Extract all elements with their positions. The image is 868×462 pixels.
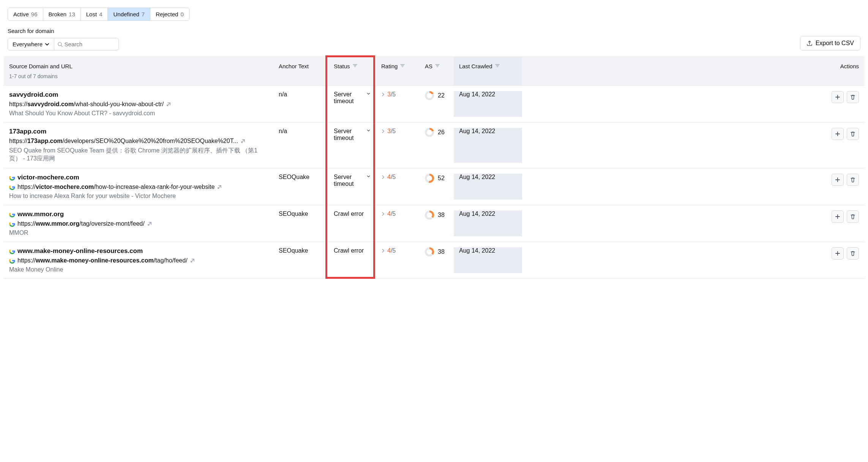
status-value[interactable]: Server timeout [334, 174, 371, 187]
status-value[interactable]: Crawl error [334, 247, 371, 254]
favicon-icon [9, 211, 15, 217]
col-status[interactable]: Status [328, 57, 376, 85]
last-crawled-date: Aug 14, 2022 [454, 91, 522, 117]
search-input[interactable] [63, 38, 116, 50]
authority-score: 52 [425, 174, 448, 183]
status-value[interactable]: Crawl error [334, 211, 371, 217]
favicon-icon [9, 221, 15, 227]
tab-broken[interactable]: Broken 13 [43, 8, 81, 20]
trash-icon [850, 177, 856, 183]
search-label: Search for domain [8, 28, 119, 34]
add-button[interactable] [832, 211, 844, 223]
col-as[interactable]: AS [420, 57, 454, 85]
external-link-icon[interactable] [166, 102, 171, 107]
anchor-text: SEOQuake [273, 174, 328, 200]
last-crawled-date: Aug 14, 2022 [454, 128, 522, 163]
external-link-icon[interactable] [147, 221, 152, 226]
col-last-crawled[interactable]: Last Crawled [454, 57, 522, 85]
status-value[interactable]: Server timeout [334, 91, 371, 105]
table-row: www.mmor.org https://www.mmor.org/tag/ov… [4, 205, 864, 242]
plus-icon [835, 250, 841, 256]
rating-value[interactable]: 4/5 [381, 174, 414, 181]
filter-tabs: Active 96Broken 13Lost 4Undefined 7Rejec… [8, 8, 189, 21]
page-title-text: SEO Quake from SEOQuake Team 提供：谷歌 Chrom… [9, 147, 268, 163]
trash-icon [850, 250, 856, 256]
delete-button[interactable] [847, 247, 859, 259]
anchor-text: SEOquake [273, 211, 328, 236]
col-rating[interactable]: Rating [376, 57, 420, 85]
page-title-text: MMOR [9, 229, 28, 236]
page-title-text: How to increase Alexa Rank for your webs… [9, 193, 176, 200]
trash-icon [850, 214, 856, 220]
donut-icon [425, 211, 434, 220]
table-header: Source Domain and URL 1-7 out of 7 domai… [4, 57, 864, 86]
delete-button[interactable] [847, 91, 859, 103]
source-domain[interactable]: victor-mochere.com [9, 174, 79, 181]
rating-value[interactable]: 4/5 [381, 247, 414, 254]
external-link-icon[interactable] [217, 184, 222, 190]
last-crawled-date: Aug 14, 2022 [454, 174, 522, 200]
source-domain[interactable]: 173app.com [9, 128, 46, 135]
donut-icon [425, 247, 434, 256]
anchor-text: n/a [273, 128, 328, 163]
source-domain[interactable]: www.make-money-online-resources.com [9, 247, 143, 255]
authority-score: 38 [425, 211, 448, 220]
authority-score: 38 [425, 247, 448, 256]
source-url[interactable]: https://www.make-money-online-resources.… [9, 257, 195, 264]
anchor-text: SEOquake [273, 247, 328, 273]
anchor-text: n/a [273, 91, 328, 117]
col-anchor[interactable]: Anchor Text [273, 57, 328, 85]
rating-value[interactable]: 4/5 [381, 211, 414, 217]
source-url[interactable]: https://www.mmor.org/tag/oversize-mont/f… [9, 220, 152, 227]
external-link-icon[interactable] [240, 138, 246, 144]
tab-undefined[interactable]: Undefined 7 [108, 8, 150, 20]
status-value[interactable]: Server timeout [334, 128, 371, 141]
add-button[interactable] [832, 247, 844, 259]
rating-value[interactable]: 3/5 [381, 128, 414, 135]
search-scope-value: Everywhere [13, 41, 43, 47]
add-button[interactable] [832, 91, 844, 103]
chevron-right-icon [381, 93, 385, 96]
sort-icon [400, 63, 405, 68]
col-actions: Actions [522, 57, 864, 85]
tab-active[interactable]: Active 96 [8, 8, 43, 20]
page-title-text: What Should You Know About CTR? - savvyd… [9, 110, 155, 117]
source-url[interactable]: https://173app.com/developers/SEO%20Quak… [9, 138, 246, 145]
search-scope-dropdown[interactable]: Everywhere [8, 38, 54, 50]
delete-button[interactable] [847, 128, 859, 140]
last-crawled-date: Aug 14, 2022 [454, 211, 522, 236]
plus-icon [835, 131, 841, 137]
favicon-icon [9, 174, 15, 181]
tab-rejected[interactable]: Rejected 0 [150, 8, 189, 20]
svg-line-1 [61, 45, 63, 47]
export-csv-button[interactable]: Export to CSV [800, 36, 860, 50]
add-button[interactable] [832, 174, 844, 186]
chevron-down-icon[interactable] [366, 174, 371, 179]
source-domain[interactable]: savvydroid.com [9, 91, 58, 99]
delete-button[interactable] [847, 174, 859, 186]
table-row: 173app.com https://173app.com/developers… [4, 123, 864, 168]
chevron-down-icon[interactable] [366, 91, 371, 96]
chevron-right-icon [381, 212, 385, 216]
sort-icon [352, 63, 358, 68]
donut-icon [425, 128, 434, 137]
plus-icon [835, 214, 841, 220]
source-url[interactable]: https://victor-mochere.com/how-to-increa… [9, 184, 222, 190]
external-link-icon[interactable] [190, 258, 195, 263]
delete-button[interactable] [847, 211, 859, 223]
rating-value[interactable]: 3/5 [381, 91, 414, 98]
source-domain[interactable]: www.mmor.org [9, 211, 64, 218]
col-source[interactable]: Source Domain and URL 1-7 out of 7 domai… [4, 57, 273, 85]
toolbar: Search for domain Everywhere Export to C… [8, 28, 864, 50]
sort-icon [435, 63, 440, 68]
table-row: victor-mochere.com https://victor-mocher… [4, 168, 864, 205]
chevron-down-icon[interactable] [366, 128, 371, 133]
tab-lost[interactable]: Lost 4 [81, 8, 108, 20]
source-url[interactable]: https://savvydroid.com/what-should-you-k… [9, 101, 171, 108]
favicon-icon [9, 184, 15, 190]
last-crawled-date: Aug 14, 2022 [454, 247, 522, 273]
add-button[interactable] [832, 128, 844, 140]
chevron-right-icon [381, 249, 385, 253]
plus-icon [835, 94, 841, 100]
export-icon [806, 40, 813, 46]
